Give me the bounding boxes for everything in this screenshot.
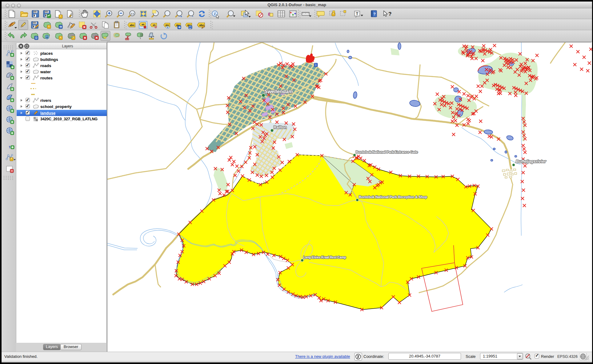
svg-text:abc: abc (165, 24, 170, 26)
svg-text:i: i (214, 11, 215, 16)
svg-text:Bontebok National Park Recepti: Bontebok National Park Reception & Shop (359, 195, 427, 199)
svg-text:*: * (73, 36, 74, 40)
svg-text:*: * (60, 15, 62, 18)
svg-text:,: , (8, 140, 10, 149)
svg-text:Bontebok National Park Entranc: Bontebok National Park Entrance Gate (356, 150, 418, 154)
svg-text:Railton: Railton (274, 125, 286, 130)
svg-text:Swellendam: Swellendam (264, 89, 293, 94)
svg-text:Buffeljagsrivier: Buffeljagsrivier (516, 159, 546, 164)
svg-text:Lang Elsies Kraal Rest Camp: Lang Elsies Kraal Rest Camp (303, 256, 346, 259)
svg-text:*: * (60, 36, 62, 40)
svg-text:?: ? (373, 12, 375, 16)
svg-text:T: T (356, 12, 359, 16)
svg-text:ab: ab (142, 23, 144, 26)
svg-text:?: ? (388, 11, 391, 17)
svg-text:abc: abc (130, 24, 134, 27)
svg-text:1:1: 1:1 (131, 13, 134, 15)
svg-text:*: * (11, 158, 12, 161)
svg-text:*: * (333, 13, 334, 16)
svg-text:*: * (48, 25, 50, 29)
